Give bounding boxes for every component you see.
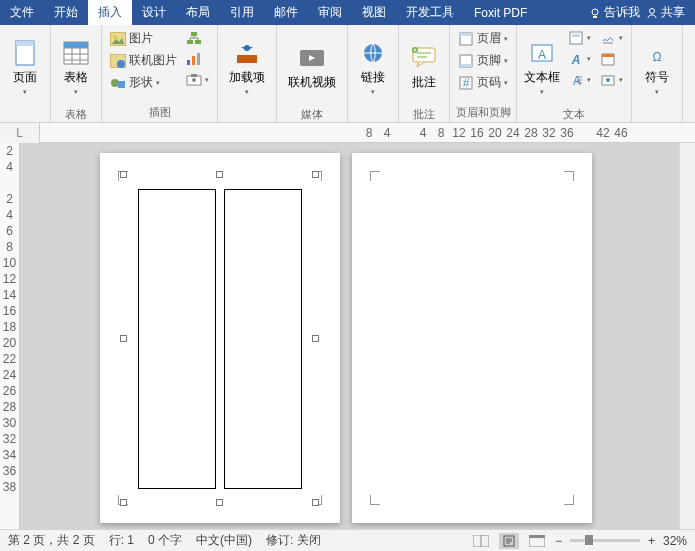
page-2[interactable] [352, 153, 592, 523]
chart-button[interactable] [183, 49, 212, 69]
horizontal-ruler[interactable]: L 8448121620242832364246 [0, 123, 695, 143]
rectangle-shape[interactable] [224, 189, 302, 489]
svg-text:A: A [571, 53, 581, 66]
selection-handle[interactable] [312, 499, 319, 506]
textbox-button[interactable]: A 文本框▾ [522, 28, 562, 106]
dropdown-icon: ▾ [504, 57, 508, 65]
group-label [245, 107, 248, 121]
svg-rect-14 [195, 40, 201, 44]
tab-file[interactable]: 文件 [0, 0, 44, 25]
pagenum-button[interactable]: #页码 ▾ [455, 72, 511, 93]
dropdown-icon: ▾ [619, 34, 623, 42]
link-button[interactable]: 链接▾ [353, 28, 393, 106]
group-text: A 文本框▾ ▾ A▾ A▾ ▾ ▾ 文本 [517, 25, 632, 122]
ribbon: 页面▾ 表格▾ 表格 图片 联机图片 形状 ▾ ▾ 插图 [0, 25, 695, 123]
page-1[interactable] [100, 153, 340, 523]
wordart-icon: A [568, 51, 584, 67]
tab-mail[interactable]: 邮件 [264, 0, 308, 25]
print-layout-button[interactable] [499, 533, 519, 549]
dropdown-icon: ▾ [23, 88, 27, 96]
footer-button[interactable]: 页脚 ▾ [455, 50, 511, 71]
wordart-button[interactable]: A▾ [565, 49, 594, 69]
rectangle-shape[interactable] [138, 189, 216, 489]
web-layout-button[interactable] [527, 533, 547, 549]
selection-handle[interactable] [120, 171, 127, 178]
status-track[interactable]: 修订: 关闭 [266, 532, 321, 549]
zoom-in-button[interactable]: + [648, 534, 655, 548]
zoom-out-button[interactable]: − [555, 534, 562, 548]
object-button[interactable]: ▾ [597, 70, 626, 90]
dropdown-icon: ▾ [587, 34, 591, 42]
selection-handle[interactable] [312, 171, 319, 178]
dropdown-icon: ▾ [587, 55, 591, 63]
tab-insert[interactable]: 插入 [88, 0, 132, 25]
status-lang[interactable]: 中文(中国) [196, 532, 252, 549]
picture-button[interactable]: 图片 [107, 28, 180, 49]
read-mode-button[interactable] [471, 533, 491, 549]
svg-rect-13 [187, 40, 193, 44]
comment-button[interactable]: 批注 [404, 28, 444, 106]
dropdown-icon: ▾ [655, 88, 659, 96]
zoom-level[interactable]: 32% [663, 534, 687, 548]
dropdown-icon: ▾ [540, 88, 544, 96]
selection-handle[interactable] [216, 499, 223, 506]
tab-review[interactable]: 审阅 [308, 0, 352, 25]
object-icon [600, 72, 616, 88]
zoom-slider[interactable] [570, 539, 640, 542]
datetime-button[interactable] [597, 49, 626, 69]
addins-icon [233, 39, 261, 67]
addins-button[interactable]: 加载项▾ [223, 28, 271, 106]
page-icon [11, 39, 39, 67]
selection-handle[interactable] [120, 335, 127, 342]
table-icon [62, 39, 90, 67]
tab-developer[interactable]: 开发工具 [396, 0, 464, 25]
tab-foxit[interactable]: Foxit PDF [464, 0, 537, 25]
smartart-button[interactable] [183, 28, 212, 48]
svg-rect-36 [572, 34, 580, 37]
ruler-h-marks: 8448121620242832364246 [40, 126, 695, 140]
vertical-scrollbar[interactable] [679, 143, 695, 529]
signature-button[interactable]: ▾ [597, 28, 626, 48]
picture-icon [110, 31, 126, 47]
svg-rect-21 [237, 55, 257, 63]
header-button[interactable]: 页眉 ▾ [455, 28, 511, 49]
screenshot-button[interactable]: ▾ [183, 70, 212, 90]
selection-handle[interactable] [216, 171, 223, 178]
svg-rect-28 [460, 33, 472, 36]
footer-icon [458, 53, 474, 69]
group-label: 文本 [563, 106, 585, 123]
status-page[interactable]: 第 2 页，共 2 页 [8, 532, 95, 549]
online-video-button[interactable]: 联机视频 [282, 28, 342, 106]
status-words[interactable]: 0 个字 [148, 532, 182, 549]
group-label: 页眉和页脚 [456, 104, 511, 121]
dropdown-icon: ▾ [156, 79, 160, 87]
selection-handle[interactable] [120, 499, 127, 506]
vertical-ruler[interactable]: 242468101214161820222426283032343638 [0, 143, 20, 529]
svg-text:#: # [463, 76, 470, 90]
dropcap-button[interactable]: A▾ [565, 70, 594, 90]
share[interactable]: 共享 [646, 4, 685, 21]
page-button[interactable]: 页面▾ [5, 28, 45, 106]
group-addins: 加载项▾ [218, 25, 277, 122]
group-links: 链接▾ [348, 25, 399, 122]
tab-view[interactable]: 视图 [352, 0, 396, 25]
zoom-slider-thumb[interactable] [585, 535, 593, 545]
selection-handle[interactable] [312, 335, 319, 342]
tab-home[interactable]: 开始 [44, 0, 88, 25]
document-canvas[interactable] [20, 143, 679, 529]
tab-design[interactable]: 设计 [132, 0, 176, 25]
quickparts-button[interactable]: ▾ [565, 28, 594, 48]
symbol-button[interactable]: Ω 符号▾ [637, 28, 677, 106]
crop-mark [370, 171, 380, 181]
group-header-footer: 页眉 ▾ 页脚 ▾ #页码 ▾ 页眉和页脚 [450, 25, 517, 122]
shapes-button[interactable]: 形状 ▾ [107, 72, 180, 93]
svg-rect-5 [64, 42, 88, 48]
tab-references[interactable]: 引用 [220, 0, 264, 25]
status-line[interactable]: 行: 1 [109, 532, 134, 549]
svg-rect-30 [460, 64, 472, 67]
table-button[interactable]: 表格▾ [56, 28, 96, 106]
tab-layout[interactable]: 布局 [176, 0, 220, 25]
online-picture-button[interactable]: 联机图片 [107, 50, 180, 71]
svg-point-42 [606, 78, 610, 82]
tell-me[interactable]: 告诉我 [589, 4, 640, 21]
